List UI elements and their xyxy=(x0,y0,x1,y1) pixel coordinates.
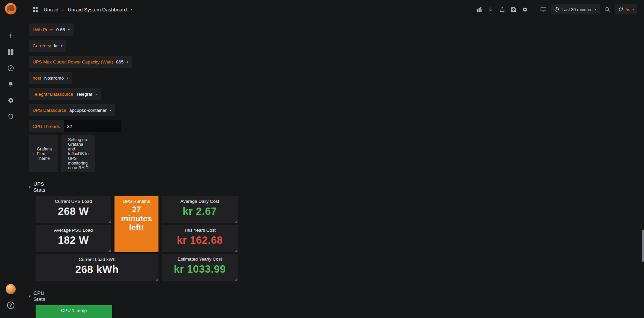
user-avatar[interactable] xyxy=(3,281,19,297)
chevron-down-icon: ▾ xyxy=(67,76,68,80)
cpu-threads-input[interactable] xyxy=(64,120,121,132)
panel-estimated-yearly-cost: Estimated Yearly Cost kr 1033.99 xyxy=(162,254,238,281)
add-panel-icon[interactable] xyxy=(474,4,484,14)
link-ups-monitoring-guide[interactable]: Setting up Grafana and InfluxDB for UPS … xyxy=(61,135,94,172)
panel-title[interactable]: Estimated Yearly Cost xyxy=(178,257,222,262)
dashboards-icon[interactable] xyxy=(3,44,19,60)
panel-resize-handle[interactable] xyxy=(108,249,111,252)
external-link-icon xyxy=(65,152,65,156)
refresh-picker[interactable]: 5s ▾ xyxy=(615,4,637,14)
variable-ups-max-power[interactable]: UPS Max Output Power Capacity (Watt) 865… xyxy=(29,56,132,68)
server-admin-shield-icon[interactable] xyxy=(3,108,19,125)
configuration-gear-icon[interactable] xyxy=(3,92,19,108)
chevron-down-icon: ▾ xyxy=(595,8,596,11)
stat-value: 268 W xyxy=(58,206,89,218)
star-icon[interactable]: ☆ xyxy=(486,4,496,14)
save-icon[interactable] xyxy=(508,4,518,14)
panel-title[interactable]: Average PSU Load xyxy=(54,228,93,233)
link-grafana-plex-theme[interactable]: Grafana Plex Theme xyxy=(29,135,58,172)
panel-title[interactable]: This Years Cost xyxy=(184,228,216,233)
create-plus-icon[interactable] xyxy=(3,28,19,44)
time-range-picker[interactable]: Last 30 minutes ▾ xyxy=(551,4,599,14)
chevron-down-icon: ▾ xyxy=(632,8,634,11)
help-icon[interactable]: ? xyxy=(3,297,19,313)
time-range-label: Last 30 minutes xyxy=(561,7,592,12)
refresh-interval-label: 5s xyxy=(626,7,630,12)
chevron-down-icon: ▾ xyxy=(29,294,31,299)
panel-ups-runtime: UPS Runtime 27 minutes left! xyxy=(114,196,158,252)
ups-mid-column: Current UPS Load 268 W Average PSU Load … xyxy=(36,196,158,281)
panel-title[interactable]: Current Load kWh xyxy=(79,257,116,262)
divider xyxy=(534,6,534,13)
stat-value: 268 kWh xyxy=(75,264,119,276)
panel-this-years-cost: This Years Cost kr 162.68 xyxy=(162,225,238,252)
variable-currency[interactable]: Currency kr ▾ xyxy=(29,40,66,52)
stat-value: 182 W xyxy=(58,234,89,246)
share-icon[interactable] xyxy=(497,4,507,14)
variable-host[interactable]: host Nostromo ▾ xyxy=(29,72,72,84)
avatar xyxy=(6,284,16,294)
stat-value: kr 162.68 xyxy=(177,234,223,246)
ups-costs-column: Average Daily Cost kr 2.67 This Years Co… xyxy=(162,196,238,281)
stat-value: kr 2.67 xyxy=(183,206,217,218)
sidebar: ? xyxy=(0,0,21,318)
cpu-temps-column: CPU 1 Temp 41.8 °C CPU 2 Temp 44.4 °C xyxy=(36,305,112,318)
panel-resize-handle[interactable] xyxy=(235,220,237,223)
page-scrollbar[interactable] xyxy=(642,230,644,262)
variable-cpu-threads: CPU Threads xyxy=(29,120,121,132)
panel-resize-handle[interactable] xyxy=(235,249,237,252)
panel-title[interactable]: Current UPS Load xyxy=(55,199,92,204)
panel-current-load-kwh: Current Load kWh 268 kWh xyxy=(36,254,158,281)
chevron-down-icon: ▾ xyxy=(127,60,128,64)
panel-current-ups-load: Current UPS Load 268 W xyxy=(36,196,111,223)
breadcrumb: Unraid > Unraid System Dashboard ▾ xyxy=(30,4,132,14)
variable-telegraf-datasource[interactable]: Telegraf Datasource Telegraf ▾ xyxy=(29,88,101,100)
alerting-bell-icon[interactable] xyxy=(3,76,19,92)
external-link-icon xyxy=(33,152,34,156)
cycle-view-monitor-icon[interactable] xyxy=(538,4,548,14)
stat-value: kr 1033.99 xyxy=(174,263,226,275)
nav-actions: ☆ Last 30 minutes ▾ xyxy=(474,4,639,14)
chevron-down-icon: ▾ xyxy=(110,108,111,112)
chevron-down-icon: ▾ xyxy=(61,44,62,48)
variable-ups-datasource[interactable]: UPS Datasource apcupsd-container ▾ xyxy=(29,104,115,116)
chevron-down-icon: ▾ xyxy=(29,185,31,189)
panel-cpu1-temp: CPU 1 Temp 41.8 °C xyxy=(36,305,112,318)
panel-title[interactable]: UPS Runtime xyxy=(123,199,150,204)
top-navbar: Unraid > Unraid System Dashboard ▾ ☆ xyxy=(21,0,644,19)
explore-compass-icon[interactable] xyxy=(3,60,19,76)
stat-value: 27 minutes left! xyxy=(114,205,158,232)
chevron-down-icon: ▾ xyxy=(95,92,97,96)
dashboard-title[interactable]: Unraid System Dashboard xyxy=(68,7,127,12)
panel-average-daily-cost: Average Daily Cost kr 2.67 xyxy=(162,196,238,223)
refresh-icon xyxy=(618,7,623,12)
apps-grid-icon[interactable] xyxy=(30,4,40,14)
variable-kwh-price[interactable]: kWh Price 0.65 ▾ xyxy=(29,24,74,36)
chevron-down-icon[interactable]: ▾ xyxy=(131,8,133,11)
grafana-logo[interactable] xyxy=(4,2,17,16)
panel-title[interactable]: Average Daily Cost xyxy=(180,199,219,204)
breadcrumb-separator: > xyxy=(62,7,64,12)
chevron-down-icon: ▾ xyxy=(68,28,70,32)
clock-icon xyxy=(554,7,559,12)
breadcrumb-team[interactable]: Unraid xyxy=(44,7,58,12)
panel-resize-handle[interactable] xyxy=(155,278,158,281)
panel-average-psu-load: Average PSU Load 182 W xyxy=(36,225,111,252)
zoom-out-icon[interactable] xyxy=(602,4,612,14)
panel-resize-handle[interactable] xyxy=(235,278,237,281)
panel-resize-handle[interactable] xyxy=(155,249,158,252)
panel-title[interactable]: CPU 1 Temp xyxy=(61,308,87,313)
settings-gear-icon[interactable] xyxy=(520,4,530,14)
panel-resize-handle[interactable] xyxy=(108,220,111,223)
